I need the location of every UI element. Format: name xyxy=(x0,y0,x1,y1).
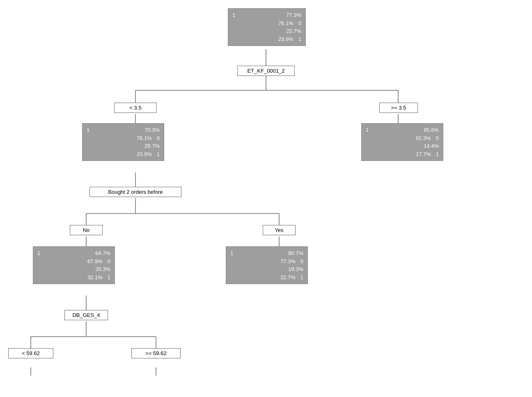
l1l-pct4: 23.9% xyxy=(137,150,152,158)
l2r-pct2: 77.3% xyxy=(280,257,296,266)
root-feature-label: ET_KF_0001_2 xyxy=(237,66,295,76)
root-pct2: 76.1% xyxy=(278,19,294,28)
l1l-pct2: 76.1% xyxy=(137,134,152,142)
l2l-label2: 0 xyxy=(108,257,110,266)
l1l-pct1: 70.3% xyxy=(144,126,160,134)
l2r-label4: 1 xyxy=(300,273,303,282)
tree-lines xyxy=(0,0,532,397)
branch-right-text: >= 3.5 xyxy=(391,105,406,111)
branch-no-text: No xyxy=(83,227,90,233)
l1r-pct2: 82.3% xyxy=(416,134,431,142)
root-pct4: 23.9% xyxy=(278,35,294,44)
l1r-label2: 0 xyxy=(436,134,439,142)
l2r-pct4: 22.7% xyxy=(280,273,296,282)
branch-lt-label: < 59.62 xyxy=(8,348,53,358)
root-left-val: 1 xyxy=(232,11,235,19)
branch-right-label: >= 3.5 xyxy=(379,103,418,113)
level1-left-node: 1 70.3% 76.1% 0 29.7% 23.9% 1 xyxy=(82,123,164,161)
branch-gte-text: >= 59.62 xyxy=(145,350,166,356)
branch-no-label: No xyxy=(70,225,103,235)
lt-stub-line xyxy=(8,367,53,380)
branch-gte-label: >= 59.62 xyxy=(131,348,181,358)
level2-left-node: 1 64.7% 67.9% 0 35.3% 32.1% 1 xyxy=(33,246,115,284)
l1r-pct1: 85.6% xyxy=(424,126,439,134)
l2r-pct3: 19.3% xyxy=(288,265,303,273)
l2r-pct1: 80.7% xyxy=(288,249,303,257)
root-pct3: 22.7% xyxy=(286,27,301,35)
l2l-pct1: 64.7% xyxy=(95,249,110,257)
l2l-pct3: 35.3% xyxy=(95,265,110,273)
l1l-label2: 0 xyxy=(157,134,160,142)
branch-left-label: < 3.5 xyxy=(114,103,157,113)
l1r-pct3: 14.4% xyxy=(424,142,439,150)
l2l-pct2: 67.9% xyxy=(87,257,103,266)
l1l-label4: 1 xyxy=(157,150,160,158)
bought-orders-text: Bought 2 orders before xyxy=(108,189,163,195)
dbges4-text: DB_GES_4 xyxy=(72,312,100,318)
l1r-pct4: 17.7% xyxy=(416,150,431,158)
root-label4: 1 xyxy=(298,35,301,44)
branch-left-text: < 3.5 xyxy=(129,105,141,111)
bought-orders-label: Bought 2 orders before xyxy=(89,187,181,197)
root-pct1: 77.3% xyxy=(286,11,301,19)
l2l-pct4: 32.1% xyxy=(87,273,103,282)
l1l-pct3: 29.7% xyxy=(144,142,160,150)
branch-lt-text: < 59.62 xyxy=(22,350,40,356)
root-node: 1 77.3% 76.1% 0 22.7% 23.9% 1 xyxy=(228,8,306,46)
dbges4-label: DB_GES_4 xyxy=(64,310,108,320)
tree-container: 1 77.3% 76.1% 0 22.7% 23.9% 1 ET_KF_0001… xyxy=(0,0,532,397)
level2-right-node: 1 80.7% 77.3% 0 19.3% 22.7% 1 xyxy=(226,246,308,284)
branch-yes-text: Yes xyxy=(275,227,283,233)
branch-yes-label: Yes xyxy=(263,225,296,235)
l2l-label4: 1 xyxy=(108,273,110,282)
l1r-label4: 1 xyxy=(436,150,439,158)
gte-stub-line xyxy=(131,367,181,380)
root-feature-text: ET_KF_0001_2 xyxy=(247,68,284,74)
root-label2: 0 xyxy=(298,19,301,28)
level1-right-node: 1 85.6% 82.3% 0 14.4% 17.7% 1 xyxy=(361,123,443,161)
l2r-label2: 0 xyxy=(300,257,303,266)
